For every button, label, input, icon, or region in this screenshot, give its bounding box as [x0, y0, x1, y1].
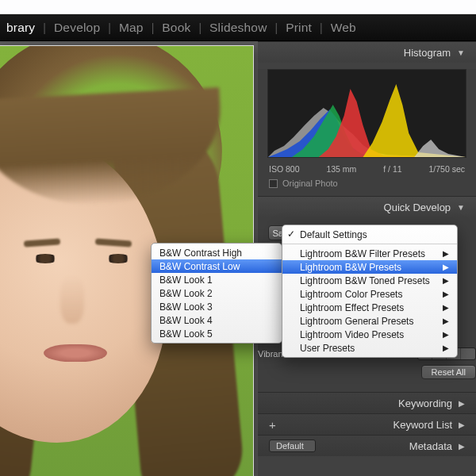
tab-web[interactable]: Web [324, 21, 363, 35]
meta-focal: 135 mm [326, 164, 356, 174]
add-keyword-icon[interactable]: + [269, 418, 276, 432]
checkmark-icon: ✓ [287, 228, 295, 240]
menu-item-lightroom-general-presets[interactable]: Lightroom General Presets▶ [282, 314, 457, 328]
tab-library[interactable]: brary [0, 21, 41, 35]
meta-iso: ISO 800 [269, 164, 300, 174]
submenu-item-b-w-look-2[interactable]: B&W Look 2 [152, 286, 282, 300]
keywording-header[interactable]: Keywording ▶ [258, 393, 476, 413]
preset-submenu: B&W Contrast HighB&W Contrast LowB&W Loo… [151, 243, 282, 344]
menu-item-lightroom-b-w-toned-presets[interactable]: Lightroom B&W Toned Presets▶ [282, 274, 457, 287]
submenu-arrow-icon: ▶ [443, 263, 449, 271]
quick-develop-header[interactable]: Quick Develop ▼ [258, 197, 476, 217]
submenu-item-b-w-contrast-low[interactable]: B&W Contrast Low [152, 259, 282, 273]
metadata-title: Metadata [409, 440, 452, 452]
disclosure-triangle-icon: ▶ [459, 442, 465, 451]
histogram-meta: ISO 800 135 mm f / 11 1/750 sec [258, 161, 476, 175]
submenu-arrow-icon: ▶ [443, 303, 449, 312]
menu-item-default-settings[interactable]: ✓Default Settings [282, 228, 457, 241]
quick-develop-title: Quick Develop [384, 202, 451, 213]
metadata-set-dropdown[interactable]: Default [269, 440, 316, 452]
menu-item-lightroom-b-w-presets[interactable]: Lightroom B&W Presets▶ [282, 260, 457, 274]
tab-develop[interactable]: Develop [48, 21, 106, 35]
module-picker: brary | Develop | Map | Book | Slideshow… [0, 14, 476, 41]
menu-item-lightroom-color-presets[interactable]: Lightroom Color Presets▶ [282, 287, 457, 301]
metadata-header[interactable]: Default Metadata ▶ [258, 436, 476, 456]
submenu-arrow-icon: ▶ [443, 290, 449, 298]
histogram-title: Histogram [404, 47, 451, 59]
tab-book[interactable]: Book [155, 21, 197, 35]
menu-item-lightroom-b-w-filter-presets[interactable]: Lightroom B&W Filter Presets▶ [282, 247, 457, 260]
submenu-item-b-w-look-4[interactable]: B&W Look 4 [152, 313, 282, 327]
menu-item-user-presets[interactable]: User Presets▶ [282, 341, 457, 355]
keyword-list-header[interactable]: + Keyword List ▶ [258, 414, 476, 435]
submenu-arrow-icon: ▶ [443, 317, 449, 325]
submenu-arrow-icon: ▶ [443, 276, 449, 285]
submenu-item-b-w-look-1[interactable]: B&W Look 1 [152, 273, 282, 286]
metadata-panel: Default Metadata ▶ [258, 435, 476, 456]
submenu-item-b-w-contrast-high[interactable]: B&W Contrast High [152, 246, 282, 259]
menu-item-lightroom-video-presets[interactable]: Lightroom Video Presets▶ [282, 328, 457, 341]
submenu-arrow-icon: ▶ [443, 330, 449, 339]
original-photo-checkbox[interactable] [269, 179, 278, 188]
submenu-item-b-w-look-5[interactable]: B&W Look 5 [152, 327, 282, 340]
tab-map[interactable]: Map [113, 21, 150, 35]
disclosure-triangle-icon: ▶ [459, 399, 465, 408]
keywording-panel: Keywording ▶ [258, 392, 476, 413]
submenu-arrow-icon: ▶ [443, 344, 449, 352]
disclosure-triangle-icon: ▼ [457, 48, 465, 57]
original-photo-label: Original Photo [282, 178, 338, 188]
meta-shutter: 1/750 sec [428, 164, 465, 174]
tab-print[interactable]: Print [279, 21, 318, 35]
keywording-title: Keywording [398, 397, 452, 409]
tab-slideshow[interactable]: Slideshow [203, 21, 273, 35]
submenu-arrow-icon: ▶ [443, 249, 449, 258]
disclosure-triangle-icon: ▶ [459, 420, 465, 429]
keyword-list-title: Keyword List [393, 419, 452, 431]
histogram-panel: Histogram ▼ [258, 41, 476, 196]
menu-item-lightroom-effect-presets[interactable]: Lightroom Effect Presets▶ [282, 301, 457, 314]
histogram-graph[interactable] [267, 69, 466, 158]
submenu-item-b-w-look-3[interactable]: B&W Look 3 [152, 300, 282, 313]
preset-menu: ✓Default SettingsLightroom B&W Filter Pr… [282, 225, 458, 358]
meta-aperture: f / 11 [383, 164, 401, 174]
reset-all-button[interactable]: Reset All [421, 365, 476, 379]
histogram-header[interactable]: Histogram ▼ [258, 42, 476, 63]
disclosure-triangle-icon: ▼ [457, 203, 465, 212]
keyword-list-panel: + Keyword List ▶ [258, 413, 476, 435]
tab-separator: | [41, 21, 48, 34]
